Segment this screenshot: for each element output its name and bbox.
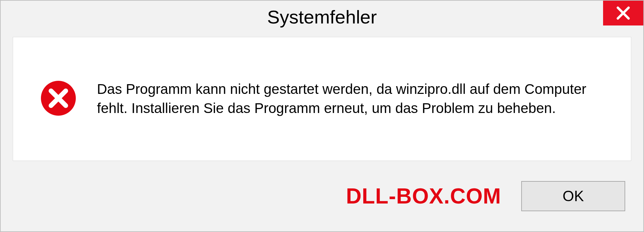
close-icon — [616, 6, 631, 20]
error-dialog: Systemfehler Das Programm kann nicht ges… — [0, 0, 644, 232]
dialog-footer: DLL-BOX.COM OK — [1, 161, 643, 231]
titlebar: Systemfehler — [1, 1, 643, 33]
dialog-title: Systemfehler — [267, 6, 377, 28]
error-icon — [40, 80, 77, 118]
ok-button[interactable]: OK — [521, 181, 625, 211]
dialog-content: Das Programm kann nicht gestartet werden… — [13, 37, 631, 161]
watermark-text: DLL-BOX.COM — [346, 184, 501, 209]
close-button[interactable] — [603, 1, 643, 25]
error-message: Das Programm kann nicht gestartet werden… — [97, 80, 618, 118]
